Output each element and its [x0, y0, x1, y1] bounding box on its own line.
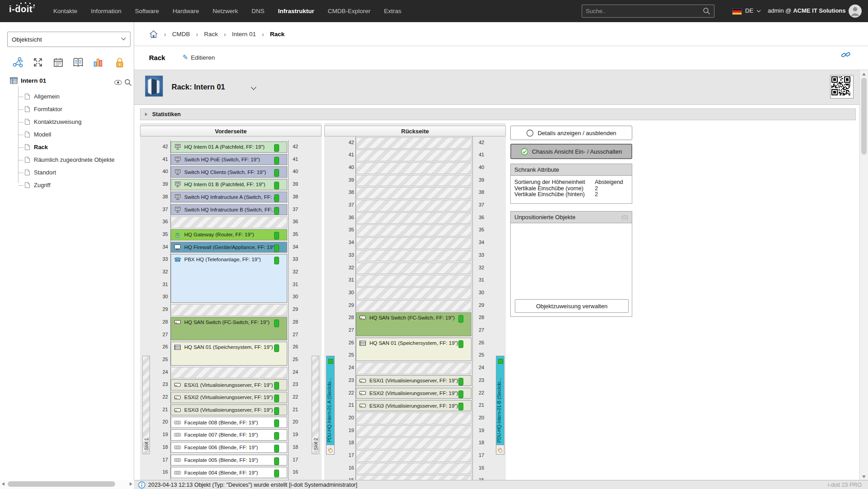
sidebar-item-kontaktzuweisung[interactable]: Kontaktzuweisung	[24, 118, 82, 125]
calendar-icon[interactable]	[52, 56, 65, 69]
breadcrumb: ›CMDB›Rack›Intern 01›Rack	[149, 30, 285, 38]
rack-item-front[interactable]: ESXi3 (Virtualisierungsserver, FF: 19")	[171, 404, 287, 416]
toggle-chassis-button[interactable]: Chassis Ansicht Ein- / Ausschalten	[510, 144, 632, 159]
rack-item-front[interactable]: Faceplate 005 (Blende, FF: 19")	[171, 455, 287, 466]
menu-item-software[interactable]: Software	[135, 8, 159, 14]
rack-item-front[interactable]: HQ Gateway (Router, FF: 19")	[171, 229, 287, 240]
unit-number: 39	[339, 177, 354, 183]
permalink-icon[interactable]	[841, 50, 851, 59]
unit-number: 19	[339, 428, 354, 433]
search-input[interactable]	[582, 8, 703, 14]
menu-item-infrastruktur[interactable]: Infrastruktur	[278, 8, 314, 14]
statistics-toggle[interactable]: Statistiken	[140, 108, 856, 120]
horizontal-scrollbar[interactable]	[0, 480, 134, 489]
sidebar-item-formfaktor[interactable]: Formfaktor	[24, 106, 62, 113]
menu-item-kontakte[interactable]: Kontakte	[53, 8, 77, 14]
logbook-icon[interactable]	[72, 56, 84, 69]
breadcrumb-item[interactable]: Rack	[270, 31, 285, 38]
pdu-strip-pdu-a[interactable]: PDU-HQ-Intern-01-A (Steckdo...	[326, 356, 335, 455]
menu-item-information[interactable]: Information	[91, 8, 121, 14]
manage-assignment-button[interactable]: Objektzuweisung verwalten	[515, 299, 629, 313]
edit-button[interactable]: ✎ Editieren	[182, 53, 215, 61]
pdu-status-indicator	[328, 359, 333, 364]
unit-number: 29	[293, 306, 308, 312]
rack-item-back[interactable]: ESXi2 (Virtualisierungsserver, FF: 19")	[356, 388, 471, 399]
breadcrumb-item[interactable]: CMDB	[172, 31, 190, 38]
rack-item-label: HQ Gateway (Router, FF: 19")	[184, 232, 269, 237]
rack-item-front[interactable]: HQ Intern 01 B (Patchfeld, FF: 19")	[171, 179, 287, 190]
i-doit-logo[interactable]: i-doit®	[9, 4, 35, 14]
scroll-down-arrow[interactable]	[862, 475, 866, 478]
scroll-up-arrow[interactable]	[862, 73, 866, 75]
graph-icon[interactable]	[11, 56, 24, 69]
tree-search-icon[interactable]	[124, 79, 132, 86]
sidebar-item-räumlich-zugeordnete-objekte[interactable]: Räumlich zugeordnete Objekte	[24, 156, 115, 163]
menu-item-hardware[interactable]: Hardware	[173, 8, 199, 14]
rack-item-label: ESXi3 (Virtualisierungsserver, FF: 19")	[184, 407, 287, 413]
breadcrumb-item[interactable]: Intern 01	[232, 31, 256, 38]
unit-number: 21	[153, 407, 168, 412]
scroll-left-arrow[interactable]	[2, 482, 5, 486]
rack-item-label: ESXi1 (Virtualisierungsserver, FF: 19")	[369, 378, 471, 383]
rack-item-front[interactable]: Switch HQ Infratructure A (Switch, FF: .…	[171, 192, 287, 203]
unit-number: 36	[339, 215, 354, 220]
scroll-right-arrow[interactable]	[130, 482, 132, 486]
unit-number: 37	[293, 207, 308, 212]
user-label[interactable]: admin @ACME IT Solutions	[768, 7, 846, 14]
sidebar-item-zugriff[interactable]: Zugriff	[24, 182, 51, 188]
sidebar-item-modell[interactable]: Modell	[24, 131, 51, 138]
rack-item-front[interactable]: Switch HQ PoE (Switch, FF: 19")	[171, 154, 287, 165]
expand-icon[interactable]	[32, 56, 44, 69]
rack-item-front[interactable]: Faceplate 008 (Blende, FF: 19")	[171, 417, 287, 428]
rack-item-back[interactable]: HQ SAN 01 (Speichersystem, FF: 19")	[356, 338, 471, 361]
unit-number: 16	[479, 465, 494, 470]
unit-number: 27	[339, 327, 354, 333]
search-box[interactable]	[582, 5, 714, 18]
rack-item-front[interactable]: HQ Intern 01 A (Patchfeld, FF: 19")	[171, 141, 287, 153]
rack-item-back[interactable]: ESXi3 (Virtualisierungsserver, FF: 19")	[356, 400, 471, 411]
home-icon[interactable]	[149, 30, 158, 38]
sidebar-item-standort[interactable]: Standort	[24, 169, 56, 176]
object-title-chevron-icon[interactable]	[251, 86, 257, 90]
rack-item-front[interactable]: Faceplate 004 (Blende, FF: 19")	[171, 467, 287, 478]
sidebar-item-allgemein[interactable]: Allgemein	[24, 93, 60, 100]
chart-icon[interactable]	[92, 56, 104, 69]
rack-item-front[interactable]: Faceplate 007 (Blende, FF: 19")	[171, 429, 287, 441]
pdu-strip-pdu-b[interactable]: PDU-HQ-Intern-01-B (Steckdo...	[496, 356, 504, 455]
rack-item-front[interactable]: HQ SAN 01 (Speichersystem, FF: 19")	[171, 342, 287, 365]
qr-code	[830, 75, 854, 99]
rack-item-back[interactable]: HQ SAN Switch (FC-Switch, FF: 19")	[356, 312, 471, 336]
status-bar: 2023-04-13 12:13 Objekt (Typ: "Devices")…	[134, 480, 868, 489]
rack-item-front[interactable]: HQ SAN Switch (FC-Switch, FF: 19")	[171, 317, 287, 340]
eye-icon[interactable]	[114, 80, 122, 85]
horizontal-scrollbar-thumb[interactable]	[8, 481, 115, 487]
rack-item-front[interactable]: Switch HQ Clients (Switch, FF: 19")	[171, 166, 287, 178]
rack-item-front[interactable]: HQ Firewall (Geräte/Appliance, FF: 19")	[171, 242, 287, 253]
language-chevron-down-icon[interactable]	[756, 9, 761, 13]
sidebar-item-rack[interactable]: Rack	[24, 144, 48, 150]
rack-item-front[interactable]: Switch HQ Infratructure B (Switch, FF:..…	[171, 204, 287, 216]
user-avatar[interactable]	[848, 4, 862, 18]
search-icon[interactable]	[703, 7, 710, 15]
rack-item-front[interactable]: ☎PBX HQ (Telefonanlage, FF: 19")	[171, 254, 287, 303]
page-toolbar: Rack ✎ Editieren	[134, 46, 868, 70]
breadcrumb-item[interactable]: Rack	[204, 31, 218, 38]
menu-item-dns[interactable]: DNS	[252, 8, 265, 14]
rack-item-front[interactable]: ESXi1 (Virtualisierungsserver, FF: 19")	[171, 379, 287, 390]
empty-unit	[171, 367, 287, 379]
unit-number: 32	[479, 265, 494, 270]
tree-root[interactable]: Intern 01	[10, 77, 46, 84]
vertical-scrollbar-thumb[interactable]	[861, 78, 867, 155]
toggle-details-button[interactable]: Details anzeigen / ausblenden	[510, 126, 632, 140]
menu-item-cmdb-explorer[interactable]: CMDB-Explorer	[328, 8, 371, 14]
vertical-scrollbar[interactable]	[859, 70, 868, 480]
menu-item-extras[interactable]: Extras	[384, 8, 401, 14]
lock-icon[interactable]	[113, 56, 126, 69]
object-view-select[interactable]: Objektsicht	[7, 32, 131, 47]
menu-item-netzwerk[interactable]: Netzwerk	[213, 8, 238, 14]
rack-item-front[interactable]: ESXi2 (Virtualisierungsserver, FF: 19")	[171, 392, 287, 403]
rack-item-back[interactable]: ESXi1 (Virtualisierungsserver, FF: 19")	[356, 375, 471, 386]
language-label[interactable]: DE	[745, 7, 753, 14]
unit-number: 41	[479, 152, 494, 157]
rack-item-front[interactable]: Faceplate 006 (Blende, FF: 19")	[171, 442, 287, 453]
